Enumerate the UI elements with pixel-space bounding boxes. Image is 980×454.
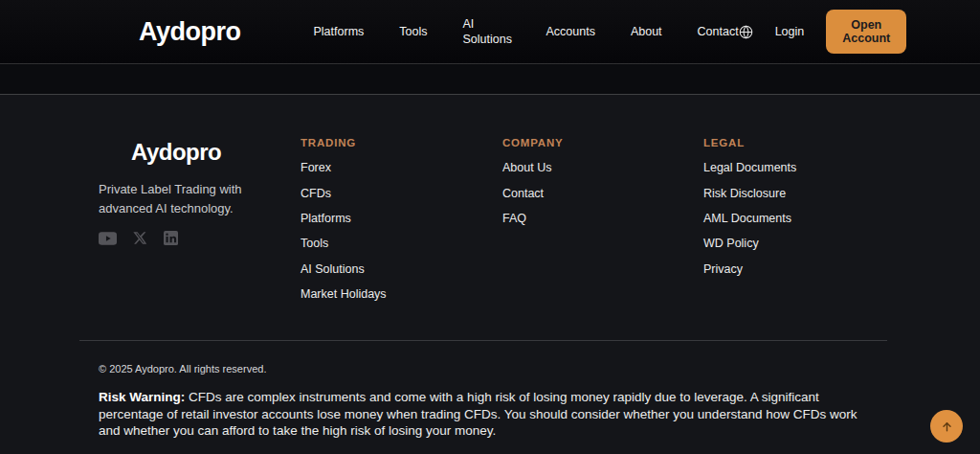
- footer-divider: [79, 340, 887, 341]
- column-heading-legal: LEGAL: [703, 137, 887, 148]
- content-strip: [0, 64, 980, 95]
- footer-link-ai-solutions[interactable]: AI Solutions: [301, 257, 365, 282]
- footer-link-aml-documents[interactable]: AML Documents: [703, 206, 791, 231]
- nav-item-accounts[interactable]: Accounts: [546, 24, 594, 39]
- social-links: [99, 231, 281, 245]
- footer-tagline: Private Label Trading with advanced AI t…: [99, 180, 280, 218]
- risk-warning-label: Risk Warning:: [99, 390, 185, 404]
- footer-brand-column: Aydopro Private Label Trading with advan…: [99, 137, 301, 306]
- footer-link-privacy[interactable]: Privacy: [703, 257, 743, 282]
- footer-link-wd-policy[interactable]: WD Policy: [703, 231, 759, 256]
- linkedin-icon[interactable]: [164, 231, 178, 245]
- footer-link-risk-disclosure[interactable]: Risk Disclosure: [703, 180, 786, 205]
- footer-column-trading: TRADING Forex CFDs Platforms Tools AI So…: [301, 137, 502, 306]
- footer-link-platforms[interactable]: Platforms: [301, 206, 351, 231]
- copyright-text: © 2025 Aydopro. All rights reserved.: [99, 363, 881, 375]
- header-logo[interactable]: Aydopro: [139, 17, 241, 47]
- footer-link-market-holidays[interactable]: Market Holidays: [301, 282, 387, 306]
- nav-item-about[interactable]: About: [631, 24, 662, 39]
- footer-link-cfds[interactable]: CFDs: [301, 180, 331, 205]
- risk-warning-text: CFDs are complex instruments and come wi…: [99, 390, 857, 438]
- footer-link-faq[interactable]: FAQ: [502, 206, 526, 231]
- column-heading-trading: TRADING: [301, 137, 502, 148]
- nav-item-contact[interactable]: Contact: [698, 24, 739, 39]
- footer-link-about-us[interactable]: About Us: [502, 155, 551, 180]
- nav-item-platforms[interactable]: Platforms: [314, 24, 365, 39]
- footer-logo: Aydopro: [99, 139, 281, 166]
- footer-column-company: COMPANY About Us Contact FAQ: [502, 137, 703, 306]
- nav-item-tools[interactable]: Tools: [399, 24, 427, 39]
- login-button[interactable]: Login: [775, 25, 805, 38]
- footer: Aydopro Private Label Trading with advan…: [0, 95, 980, 440]
- main-nav: Platforms Tools AI Solutions Accounts Ab…: [314, 16, 739, 48]
- footer-link-tools[interactable]: Tools: [301, 231, 328, 256]
- nav-item-ai-solutions[interactable]: AI Solutions: [462, 16, 510, 48]
- header-right-group: Login Open Account: [739, 10, 907, 54]
- risk-warning: Risk Warning: CFDs are complex instrumen…: [99, 389, 881, 440]
- youtube-icon[interactable]: [99, 232, 117, 245]
- footer-column-legal: LEGAL Legal Documents Risk Disclosure AM…: [703, 137, 887, 306]
- arrow-up-icon: [941, 420, 953, 433]
- x-icon[interactable]: [133, 231, 147, 245]
- top-nav-bar: Aydopro Platforms Tools AI Solutions Acc…: [0, 0, 980, 64]
- column-heading-company: COMPANY: [502, 137, 703, 148]
- footer-link-contact[interactable]: Contact: [502, 180, 544, 205]
- footer-columns: Aydopro Private Label Trading with advan…: [99, 137, 887, 306]
- footer-link-forex[interactable]: Forex: [301, 155, 331, 180]
- footer-link-legal-documents[interactable]: Legal Documents: [703, 155, 796, 180]
- open-account-button[interactable]: Open Account: [826, 10, 906, 54]
- page: Aydopro Platforms Tools AI Solutions Acc…: [0, 0, 980, 454]
- globe-icon[interactable]: [739, 25, 753, 39]
- scroll-to-top-button[interactable]: [930, 410, 963, 443]
